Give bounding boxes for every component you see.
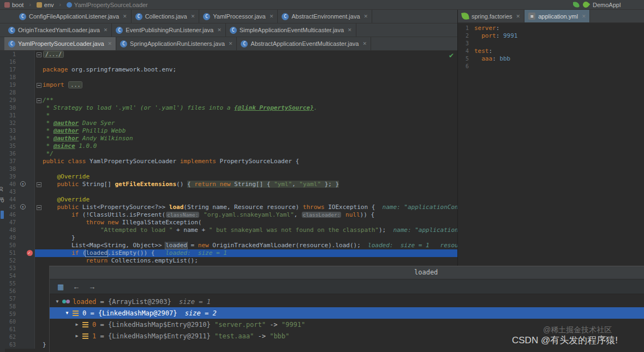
code-text: server: — [474, 25, 644, 32]
code-line[interactable]: 39 @Override — [0, 173, 457, 181]
code-segment: { — [187, 181, 194, 188]
code-line[interactable]: 49 } — [0, 234, 457, 242]
yaml-line[interactable]: 5 aaa: bbb — [458, 55, 644, 63]
line-number[interactable]: 5 — [458, 55, 474, 63]
editor-tab[interactable]: CYamlProcessor.java✕ — [199, 10, 278, 23]
breadcrumb: boot›env›YamlPropertySourceLoader — [4, 2, 148, 8]
line-number[interactable]: 2 — [458, 32, 474, 40]
yaml-line[interactable]: 4test: — [458, 47, 644, 55]
code-line[interactable]: 30 * Strategy to load '.yml' (or '.yaml'… — [0, 104, 457, 112]
code-line[interactable]: 46 if (!ClassUtils.isPresent(className: … — [0, 211, 457, 219]
inspections-ok-icon[interactable] — [449, 52, 454, 59]
close-icon[interactable]: ✕ — [362, 41, 367, 46]
line-number[interactable]: 3 — [458, 40, 474, 47]
yaml-editor[interactable]: 1server:2 port: 999134test:5 aaa: bbb6 — [458, 23, 644, 70]
code-line[interactable]: 33 * @author Phillip Webb — [0, 127, 457, 135]
code-line[interactable]: 40↑ public String[] getFileExtensions() … — [0, 181, 457, 188]
yaml-line[interactable]: 3 — [458, 40, 644, 47]
tool-window-stripe[interactable]: or tP — [0, 51, 5, 352]
code-line[interactable]: 19import ... — [0, 81, 457, 89]
tool-stripe-fragment[interactable]: or — [0, 187, 4, 192]
code-line[interactable]: 50 List<Map<String, Object>> loaded = ne… — [0, 242, 457, 249]
fold-marker-icon[interactable] — [37, 83, 41, 88]
yaml-line[interactable]: 2 port: 9991 — [458, 32, 644, 40]
code-line[interactable]: 1/.../ — [0, 51, 457, 58]
fold-marker-icon[interactable] — [37, 182, 41, 187]
yaml-line[interactable]: 1server: — [458, 25, 644, 32]
code-segment: "org.yaml.snakeyaml.Yaml" — [204, 211, 294, 218]
code-line[interactable]: 17package org.springframework.boot.env; — [0, 66, 457, 74]
close-icon[interactable]: ✕ — [191, 14, 195, 19]
close-icon[interactable]: ✕ — [104, 27, 108, 33]
breadcrumb-item[interactable]: boot — [4, 2, 23, 8]
back-icon[interactable]: ← — [73, 283, 80, 291]
code-line[interactable]: 37public class YamlPropertySourceLoader … — [0, 158, 457, 165]
line-number[interactable]: 6 — [458, 63, 474, 70]
code-line[interactable]: 32 * @author Dave Syer — [0, 120, 457, 127]
editor-tab[interactable]: CSpringApplicationRunListeners.java✕ — [116, 37, 237, 50]
close-icon[interactable]: ✕ — [582, 14, 586, 19]
run-config-label[interactable]: DemoAppl — [593, 2, 621, 8]
code-line[interactable]: 35 * @since 1.0.0 — [0, 142, 457, 150]
override-method-icon[interactable]: ↑ — [20, 181, 26, 187]
code-line[interactable]: 31 * — [0, 112, 457, 120]
close-icon[interactable]: ✕ — [217, 27, 222, 33]
ico-class-icon: C — [241, 40, 248, 47]
editor-tab[interactable]: CAbstractEnvironment.java✕ — [278, 10, 372, 23]
code-line[interactable]: 18 — [0, 74, 457, 81]
code-line[interactable]: 16 — [0, 58, 457, 66]
code-line[interactable]: 44 @Override — [0, 196, 457, 204]
code-line[interactable]: 52 return Collections.emptyList(); — [0, 257, 457, 265]
override-method-icon[interactable]: ↑ — [20, 204, 26, 210]
code-line[interactable]: 48 "Attempted to load " + name + " but s… — [0, 226, 457, 234]
code-line[interactable]: 43 — [0, 188, 457, 196]
close-icon[interactable]: ✕ — [348, 27, 352, 33]
code-line[interactable]: 51 if (loaded.isEmpty()) { loaded: size … — [0, 249, 457, 257]
fold-marker-icon[interactable] — [37, 205, 41, 210]
code-line[interactable]: 36 */ — [0, 150, 457, 158]
expand-arrow-icon[interactable]: ▶ — [73, 333, 81, 338]
line-number[interactable]: 4 — [458, 47, 474, 55]
yaml-line[interactable]: 6 — [458, 63, 644, 70]
breakpoint-icon[interactable] — [27, 250, 33, 256]
editor-tab[interactable]: CAbstractApplicationEventMulticaster.jav… — [237, 37, 371, 50]
close-icon[interactable]: ✕ — [270, 14, 274, 19]
code-line[interactable]: 34 * @author Andy Wilkinson — [0, 135, 457, 142]
editor-tab[interactable]: CEventPublishingRunListener.java✕ — [112, 23, 225, 37]
forward-icon[interactable]: → — [88, 283, 96, 291]
fold-marker-icon[interactable] — [37, 98, 41, 103]
collapse-arrow-icon[interactable]: ▼ — [63, 311, 71, 315]
editor-tab[interactable]: CCollections.java✕ — [132, 10, 200, 23]
editor-tab[interactable]: ≡application.yml✕ — [524, 10, 590, 22]
editor-tab[interactable]: CSimpleApplicationEventMulticaster.java✕ — [226, 23, 356, 37]
breadcrumb-item[interactable]: YamlPropertySourceLoader — [67, 2, 148, 8]
code-line[interactable]: 47 throw new IllegalStateException( — [0, 219, 457, 226]
close-icon[interactable]: ✕ — [364, 14, 368, 19]
breadcrumb-item[interactable]: env — [37, 2, 54, 8]
editor-tab[interactable]: COriginTrackedYamlLoader.java✕ — [4, 23, 112, 37]
code-line[interactable]: 38 — [0, 165, 457, 173]
editor-tab[interactable]: CYamlPropertySourceLoader.java✕ — [4, 37, 116, 50]
line-number[interactable]: 1 — [458, 25, 474, 32]
close-icon[interactable]: ✕ — [229, 41, 233, 46]
code-line[interactable]: 28 — [0, 89, 457, 97]
code-segment: List<PropertySource<?>> — [82, 204, 169, 211]
code-line[interactable]: 29/** — [0, 97, 457, 104]
close-icon[interactable]: ✕ — [108, 41, 112, 46]
close-icon[interactable]: ✕ — [516, 14, 521, 19]
layout-icon[interactable]: ▦ — [57, 283, 64, 291]
tab-label: SimpleApplicationEventMulticaster.java — [240, 27, 344, 33]
variables-tree-row[interactable]: ▼0 = {LinkedHashMap@2907} size = 2 — [50, 307, 644, 319]
expand-arrow-icon[interactable]: ▶ — [73, 322, 81, 327]
editor-tab[interactable]: CConfigFileApplicationListener.java✕ — [15, 10, 132, 23]
collapse-arrow-icon[interactable]: ▼ — [53, 299, 62, 304]
tool-stripe-fragment[interactable]: tP — [0, 198, 4, 202]
code-line[interactable]: 45↑ public List<PropertySource<?>> load(… — [0, 204, 457, 211]
editor-tab[interactable]: spring.factories✕ — [458, 10, 524, 22]
run-configuration-widget[interactable]: DemoAppl — [573, 2, 644, 8]
fold-marker-icon[interactable] — [37, 52, 41, 57]
code-segment: return — [194, 181, 219, 188]
variables-tree-row[interactable]: ▼loaded = {ArrayList@2903} size = 1 — [50, 296, 644, 307]
close-icon[interactable]: ✕ — [123, 14, 127, 19]
right-tab-row: spring.factories✕≡application.yml✕ — [458, 10, 644, 23]
